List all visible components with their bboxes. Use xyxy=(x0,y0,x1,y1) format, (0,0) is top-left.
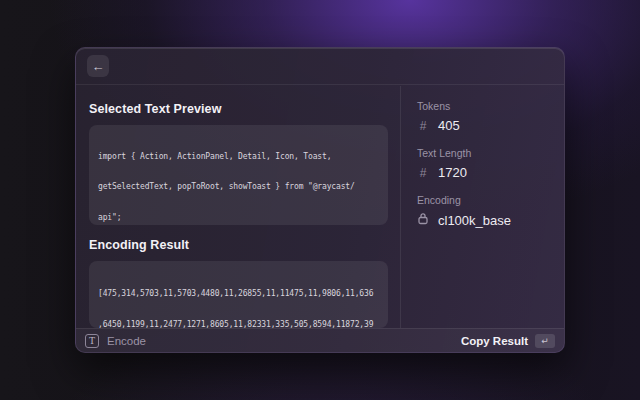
encoding-value: cl100k_base xyxy=(438,213,511,228)
text-command-icon: T xyxy=(85,334,99,348)
preview-code-line: api"; xyxy=(98,212,379,224)
preview-code-line: getSelectedText, popToRoot, showToast } … xyxy=(98,181,379,193)
result-code-line: [475,314,5703,11,5703,4480,11,26855,11,1… xyxy=(98,287,379,300)
result-heading: Encoding Result xyxy=(89,238,388,252)
window-header: ← xyxy=(76,48,564,85)
tokens-value: 405 xyxy=(438,118,460,133)
text-length-label: Text Length xyxy=(417,147,548,159)
lock-icon xyxy=(417,212,429,228)
text-length-value: 1720 xyxy=(438,165,467,180)
extension-window: ← Selected Text Preview import { Action,… xyxy=(75,47,565,353)
hash-icon: # xyxy=(417,119,429,133)
metadata-sidebar: Tokens # 405 Text Length # 1720 Encoding… xyxy=(400,86,564,328)
main-content: Selected Text Preview import { Action, A… xyxy=(76,86,400,328)
copy-result-button[interactable]: Copy Result ↵ xyxy=(461,334,555,348)
selected-text-preview-box[interactable]: import { Action, ActionPanel, Detail, Ic… xyxy=(89,125,388,225)
copy-result-label: Copy Result xyxy=(461,335,528,347)
back-arrow-icon: ← xyxy=(92,59,105,74)
encoding-result-box[interactable]: [475,314,5703,11,5703,4480,11,26855,11,1… xyxy=(89,261,388,328)
action-bar: T Encode Copy Result ↵ xyxy=(76,328,564,352)
window-body: Selected Text Preview import { Action, A… xyxy=(76,86,564,328)
tokens-label: Tokens xyxy=(417,100,548,112)
preview-code-line: import { Action, ActionPanel, Detail, Ic… xyxy=(98,151,379,163)
enter-key-icon: ↵ xyxy=(535,334,555,348)
encoding-value-row: cl100k_base xyxy=(417,212,548,228)
back-button[interactable]: ← xyxy=(87,55,109,77)
encoding-label: Encoding xyxy=(417,194,548,206)
hash-icon: # xyxy=(417,166,429,180)
command-name-label: Encode xyxy=(107,335,146,347)
tokens-value-row: # 405 xyxy=(417,118,548,133)
result-code-line: ,6450,1199,11,2477,1271,8605,11,82331,33… xyxy=(98,318,379,328)
preview-heading: Selected Text Preview xyxy=(89,102,388,116)
text-length-value-row: # 1720 xyxy=(417,165,548,180)
